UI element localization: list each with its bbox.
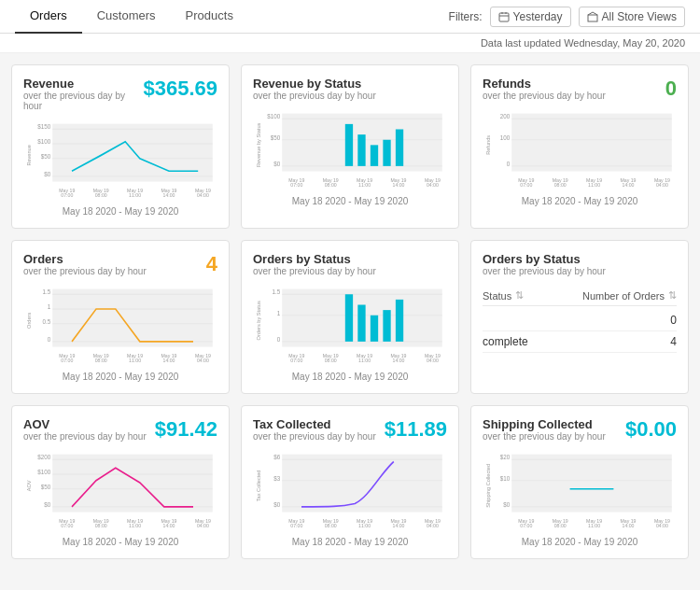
orders-subtitle: over the previous day by hour bbox=[23, 266, 147, 276]
refunds-card: Refunds over the previous day by hour 0 … bbox=[470, 64, 689, 229]
svg-text:0: 0 bbox=[48, 336, 51, 343]
svg-text:14:00: 14:00 bbox=[393, 182, 405, 188]
top-nav: Orders Customers Products Filters: Yeste… bbox=[0, 0, 700, 34]
svg-text:04:00: 04:00 bbox=[427, 523, 439, 528]
svg-rect-109 bbox=[52, 455, 213, 513]
tax-collected-footer: May 18 2020 - May 19 2020 bbox=[253, 537, 447, 547]
revenue-chart: $150 $100 $50 $0 May 19 07:00 May 19 08:… bbox=[23, 119, 217, 203]
svg-text:07:00: 07:00 bbox=[61, 192, 73, 198]
tab-products[interactable]: Products bbox=[171, 0, 248, 34]
revenue-by-status-subtitle: over the previous day by hour bbox=[253, 91, 376, 101]
revenue-by-status-title: Revenue by Status bbox=[253, 77, 376, 91]
revenue-card: Revenue over the previous day by hour $3… bbox=[11, 64, 230, 229]
tax-collected-title: Tax Collected bbox=[253, 417, 376, 431]
svg-text:$100: $100 bbox=[37, 469, 50, 475]
svg-rect-96 bbox=[383, 310, 390, 342]
tax-collected-value: $11.89 bbox=[385, 417, 447, 442]
svg-rect-4 bbox=[588, 15, 597, 21]
nav-tabs: Orders Customers Products bbox=[15, 0, 248, 34]
svg-text:08:00: 08:00 bbox=[325, 523, 337, 528]
svg-rect-32 bbox=[345, 124, 353, 166]
aov-subtitle: over the previous day by hour bbox=[23, 431, 147, 442]
orders-footer: May 18 2020 - May 19 2020 bbox=[23, 372, 217, 382]
svg-text:1: 1 bbox=[48, 303, 51, 310]
tab-customers[interactable]: Customers bbox=[82, 0, 171, 34]
svg-rect-94 bbox=[357, 305, 365, 342]
tax-collected-subtitle: over the previous day by hour bbox=[253, 431, 376, 442]
svg-text:04:00: 04:00 bbox=[656, 523, 668, 528]
svg-text:14:00: 14:00 bbox=[163, 358, 175, 363]
date-info: Data last updated Wednesday, May 20, 202… bbox=[0, 34, 700, 53]
orders-by-status-chart-title: Orders by Status bbox=[253, 252, 376, 266]
svg-text:08:00: 08:00 bbox=[325, 182, 337, 188]
svg-text:0: 0 bbox=[277, 336, 281, 343]
svg-text:04:00: 04:00 bbox=[656, 182, 668, 188]
svg-text:04:00: 04:00 bbox=[427, 182, 439, 188]
svg-text:07:00: 07:00 bbox=[290, 182, 302, 188]
svg-rect-34 bbox=[371, 145, 378, 166]
svg-text:$150: $150 bbox=[37, 123, 50, 130]
svg-text:Orders: Orders bbox=[27, 312, 33, 328]
svg-rect-48 bbox=[511, 114, 672, 172]
revenue-by-status-chart: $100 $50 $0 May 19 07:00 May 19 08:00 Ma… bbox=[253, 108, 447, 192]
svg-text:07:00: 07:00 bbox=[290, 358, 302, 363]
status-row-0: 0 bbox=[483, 310, 677, 331]
shipping-collected-footer: May 18 2020 - May 19 2020 bbox=[483, 537, 677, 547]
aov-value: $91.42 bbox=[155, 417, 217, 442]
svg-text:07:00: 07:00 bbox=[290, 523, 302, 528]
refunds-title: Refunds bbox=[483, 77, 606, 91]
svg-rect-36 bbox=[396, 130, 403, 166]
num-orders-col-header[interactable]: Number of Orders ⇅ bbox=[582, 289, 677, 302]
dashboard-grid: Revenue over the previous day by hour $3… bbox=[0, 53, 700, 570]
svg-text:08:00: 08:00 bbox=[554, 182, 567, 188]
svg-text:11:00: 11:00 bbox=[129, 358, 141, 363]
tax-collected-card: Tax Collected over the previous day by h… bbox=[241, 405, 459, 559]
revenue-by-status-card: Revenue by Status over the previous day … bbox=[241, 64, 459, 229]
svg-rect-33 bbox=[357, 134, 365, 166]
svg-text:$50: $50 bbox=[41, 153, 51, 160]
svg-text:1.5: 1.5 bbox=[272, 288, 280, 295]
filters-area: Filters: Yesterday All Store Views bbox=[449, 7, 685, 27]
date-filter-btn[interactable]: Yesterday bbox=[490, 7, 571, 27]
svg-text:11:00: 11:00 bbox=[129, 192, 141, 198]
svg-text:$50: $50 bbox=[271, 134, 281, 141]
svg-text:08:00: 08:00 bbox=[554, 523, 567, 528]
refunds-subtitle: over the previous day by hour bbox=[483, 91, 606, 101]
svg-text:AOV: AOV bbox=[27, 480, 33, 491]
orders-by-status-table-card: Orders by Status over the previous day b… bbox=[470, 240, 689, 394]
svg-text:07:00: 07:00 bbox=[61, 523, 73, 528]
svg-text:11:00: 11:00 bbox=[358, 358, 371, 363]
svg-rect-129 bbox=[282, 455, 442, 513]
svg-text:11:00: 11:00 bbox=[588, 523, 600, 528]
tab-orders[interactable]: Orders bbox=[15, 0, 82, 34]
svg-text:$0: $0 bbox=[503, 501, 510, 508]
revenue-title: Revenue bbox=[23, 77, 143, 91]
aov-card: AOV over the previous day by hour $91.42… bbox=[11, 405, 230, 559]
shipping-collected-value: $0.00 bbox=[625, 417, 677, 442]
aov-chart: $200 $100 $50 $0 May 19 07:00 May 19 08:… bbox=[23, 449, 217, 533]
store-filter-btn[interactable]: All Store Views bbox=[579, 7, 685, 27]
revenue-by-status-footer: May 18 2020 - May 19 2020 bbox=[253, 196, 447, 206]
svg-text:04:00: 04:00 bbox=[197, 358, 209, 363]
refunds-chart: 200 100 0 May 19 07:00 May 19 08:00 May … bbox=[483, 108, 677, 192]
svg-text:07:00: 07:00 bbox=[520, 523, 532, 528]
svg-text:200: 200 bbox=[500, 113, 511, 119]
svg-text:04:00: 04:00 bbox=[197, 523, 209, 528]
svg-text:0: 0 bbox=[507, 161, 511, 167]
svg-text:$3: $3 bbox=[273, 475, 280, 482]
status-col-header[interactable]: Status ⇅ bbox=[483, 289, 524, 302]
refunds-footer: May 18 2020 - May 19 2020 bbox=[483, 196, 677, 206]
svg-rect-0 bbox=[499, 13, 509, 21]
svg-text:04:00: 04:00 bbox=[427, 358, 439, 363]
svg-text:$6: $6 bbox=[273, 454, 280, 460]
filters-label: Filters: bbox=[449, 10, 483, 23]
orders-by-status-table-subtitle: over the previous day by hour bbox=[483, 266, 606, 276]
svg-text:07:00: 07:00 bbox=[520, 182, 532, 188]
svg-text:04:00: 04:00 bbox=[197, 192, 209, 198]
svg-rect-95 bbox=[371, 316, 378, 342]
svg-text:100: 100 bbox=[500, 134, 511, 141]
svg-text:Revenue by Status: Revenue by Status bbox=[257, 122, 262, 167]
svg-text:07:00: 07:00 bbox=[61, 358, 73, 363]
svg-text:$0: $0 bbox=[44, 501, 50, 508]
svg-text:Orders by Status: Orders by Status bbox=[257, 301, 262, 340]
